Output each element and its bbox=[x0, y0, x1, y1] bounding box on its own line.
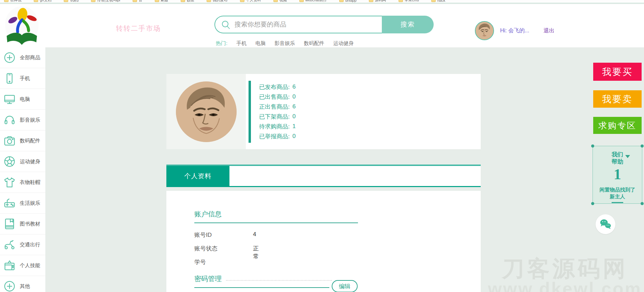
tab-row: 个人资料 bbox=[166, 166, 481, 187]
account-info-card: 账户信息 账号ID 4 账号状态 正常 学号 密码管理 编辑 bbox=[166, 191, 481, 292]
bookmark-item[interactable]: 苹果cms bbox=[399, 0, 419, 3]
bookmark-item[interactable]: 数据 bbox=[181, 0, 194, 3]
sidebar-item-digital-accessories[interactable]: 数码配件 bbox=[0, 130, 45, 151]
watermark-url: www.dkewl.com bbox=[488, 280, 642, 292]
folder-icon bbox=[369, 0, 373, 2]
bookmark-label: 音 bbox=[139, 0, 143, 3]
hot-link-av[interactable]: 影音娱乐 bbox=[274, 40, 295, 47]
sidebar-item-label: 交通出行 bbox=[20, 242, 40, 248]
bookmark-item[interactable]: uniapp bbox=[339, 0, 357, 2]
football-icon bbox=[3, 155, 16, 168]
bookmark-item[interactable]: 传智|全栈+api bbox=[91, 0, 120, 3]
sidebar-item-phone[interactable]: 手机 bbox=[0, 68, 45, 89]
sell-button[interactable]: 我要卖 bbox=[593, 90, 642, 108]
hot-link-computer[interactable]: 电脑 bbox=[255, 40, 266, 47]
hot-link-accessories[interactable]: 数码配件 bbox=[304, 40, 324, 47]
sidebar-item-other[interactable]: 其他 bbox=[0, 276, 45, 292]
bookmark-item[interactable]: 刷题 bbox=[155, 0, 168, 3]
folder-icon bbox=[207, 0, 211, 2]
folder-icon bbox=[431, 0, 436, 2]
bookmark-item[interactable]: gh文档 bbox=[34, 0, 51, 3]
sidebar-item-life-entertainment[interactable]: 生活娱乐 bbox=[0, 193, 45, 214]
help-count: 1 bbox=[593, 167, 642, 182]
tv-icon bbox=[3, 259, 16, 272]
hot-label: 热门: bbox=[216, 40, 227, 47]
search-input[interactable] bbox=[235, 21, 364, 28]
site-header: 转转二手市场 搜索 热门: 手机 电脑 影音娱乐 数码配件 运动健身 bbox=[0, 4, 644, 47]
user-area: Hi: 会飞的... 退出 bbox=[475, 21, 554, 40]
stat-reported: 已举报商品:0 bbox=[259, 132, 296, 141]
bookmark-label: Vue3 bbox=[70, 0, 78, 2]
folder-icon bbox=[240, 0, 244, 2]
bookmark-item[interactable]: 狂神说 bbox=[4, 0, 21, 3]
sidebar-item-label: 生活娱乐 bbox=[20, 200, 40, 206]
headphones-icon bbox=[3, 114, 16, 126]
hot-link-sports[interactable]: 运动健身 bbox=[333, 40, 354, 47]
bookmark-item[interactable]: 个人资料 bbox=[240, 0, 261, 3]
sidebar-item-label: 运动健身 bbox=[20, 158, 40, 165]
hot-link-phone[interactable]: 手机 bbox=[236, 40, 246, 47]
sidebar-item-av-entertainment[interactable]: 影音娱乐 bbox=[0, 110, 45, 130]
bookmark-label: 狂神说 bbox=[10, 0, 21, 3]
sidebar-item-label: 影音娱乐 bbox=[20, 117, 40, 123]
sidebar-item-sports-fitness[interactable]: 运动健身 bbox=[0, 151, 45, 172]
bookmark-item[interactable]: webchat制作 bbox=[299, 0, 327, 3]
folder-icon bbox=[399, 0, 403, 2]
sidebar-item-label: 全部商品 bbox=[20, 55, 40, 61]
bookmark-item[interactable]: 视频 bbox=[273, 0, 287, 3]
avatar[interactable] bbox=[475, 21, 494, 40]
sidebar-item-clothing[interactable]: 衣物鞋帽 bbox=[0, 172, 45, 193]
bookmark-label: 个人资料 bbox=[246, 0, 261, 3]
sidebar-item-personal-skills[interactable]: 个人技能 bbox=[0, 255, 45, 276]
sidebar-item-books[interactable]: 图书教材 bbox=[0, 214, 45, 234]
student-number-row: 学号 bbox=[194, 258, 206, 266]
folder-icon bbox=[299, 0, 304, 2]
bookmark-item[interactable]: 源码网 bbox=[369, 0, 386, 3]
bookmark-label: hack bbox=[437, 0, 445, 2]
folder-icon bbox=[4, 0, 9, 2]
bookmark-item[interactable]: Vue3 bbox=[64, 0, 78, 2]
sidebar-item-computer[interactable]: 电脑 bbox=[0, 89, 45, 110]
logout-link[interactable]: 退出 bbox=[543, 27, 554, 34]
page: 狂神说 gh文档 Vue3 传智|全栈+api 音 刷题 数据 我的发布 个人资… bbox=[0, 0, 644, 292]
folder-icon bbox=[64, 0, 68, 2]
bookmark-item[interactable]: 我的发布 bbox=[207, 0, 228, 3]
wanted-zone-button[interactable]: 求购专区 bbox=[593, 117, 642, 134]
bookmark-item[interactable]: 音 bbox=[133, 0, 143, 3]
plus-circle-icon bbox=[3, 280, 16, 292]
sidebar-item-label: 数码配件 bbox=[20, 138, 40, 144]
bookmark-label: 刷题 bbox=[161, 0, 168, 3]
stats-list: 已发布商品:6 已出售商品:0 正出售商品:6 已下架商品:0 待求购商品:1 … bbox=[249, 81, 296, 143]
corner-dot bbox=[591, 144, 594, 148]
wechat-button[interactable] bbox=[596, 214, 615, 234]
search-button[interactable]: 搜索 bbox=[382, 16, 434, 33]
site-logo[interactable] bbox=[4, 6, 40, 46]
sidebar-item-all-products[interactable]: 全部商品 bbox=[0, 47, 45, 68]
phone-icon bbox=[3, 72, 16, 84]
stats-panel: 已发布商品:6 已出售商品:0 正出售商品:6 已下架商品:0 待求购商品:1 … bbox=[246, 74, 481, 149]
help-caption: 闲置物品找到了 新主人 bbox=[593, 186, 642, 200]
account-status-row: 账号状态 正常 bbox=[194, 245, 218, 252]
user-greeting[interactable]: Hi: 会飞的... bbox=[500, 27, 529, 34]
bookmark-label: 传智|全栈+api bbox=[97, 0, 120, 3]
corner-dot bbox=[641, 202, 644, 205]
bookmark-label: 源码网 bbox=[375, 0, 386, 3]
sidebar-item-label: 电脑 bbox=[20, 96, 30, 103]
plus-circle-icon bbox=[3, 51, 16, 64]
folder-icon bbox=[339, 0, 344, 2]
camera-icon bbox=[3, 135, 16, 147]
sidebar-item-transport[interactable]: 交通出行 bbox=[0, 234, 45, 255]
folder-icon bbox=[273, 0, 278, 2]
avatar-panel bbox=[166, 74, 246, 149]
search-icon bbox=[221, 20, 230, 29]
caret-down-icon bbox=[625, 155, 630, 158]
help-counter-widget: 我们 帮助 1 闲置物品找到了 新主人 bbox=[593, 146, 642, 204]
search-box bbox=[214, 16, 382, 33]
tab-personal-profile[interactable]: 个人资料 bbox=[166, 166, 229, 186]
buy-button[interactable]: 我要买 bbox=[593, 63, 642, 81]
bookmark-item[interactable]: hack bbox=[431, 0, 445, 2]
sidebar-item-label: 其他 bbox=[20, 283, 30, 290]
site-title: 转转二手市场 bbox=[116, 24, 161, 33]
stat-on-sale: 正出售商品:6 bbox=[259, 102, 296, 112]
edit-password-button[interactable]: 编辑 bbox=[332, 280, 358, 292]
